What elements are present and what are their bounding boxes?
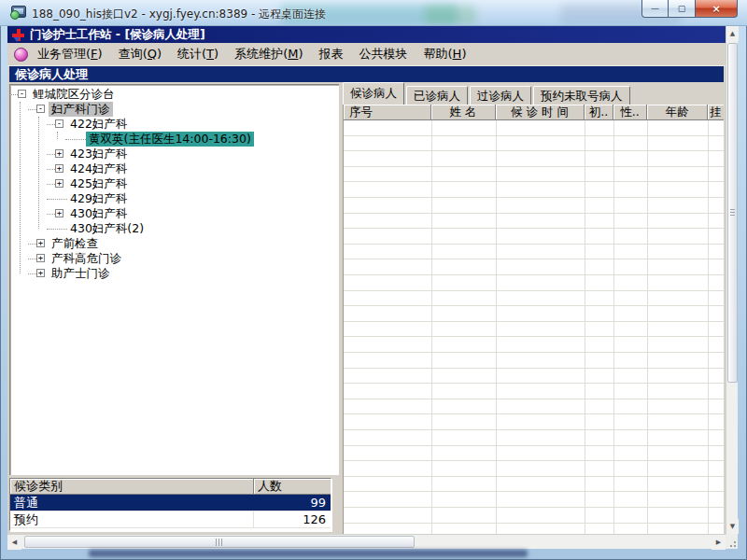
section-header: 候诊病人处理 <box>9 66 724 82</box>
column-header-registration[interactable]: 挂 <box>708 105 724 120</box>
tree-connector <box>47 169 55 170</box>
menu-item-statistics[interactable]: 统计(T) <box>177 46 218 63</box>
menu-items: 业务管理(F)查询(Q)统计(T)系统维护(M)报表公共模块帮助(H) <box>37 46 466 63</box>
vertical-scrollbar-thumb[interactable] <box>727 43 738 383</box>
tree-node[interactable]: 429妇产科 <box>11 191 337 206</box>
category-count: 126 <box>254 511 331 527</box>
tab-seen-patients[interactable]: 已诊病人 <box>406 86 468 105</box>
tree-expand-icon[interactable]: + <box>36 269 45 277</box>
tree-node[interactable]: +423妇产科 <box>11 147 337 161</box>
grid-column-line <box>708 120 709 534</box>
tree-node-label[interactable]: 助产士门诊 <box>49 266 113 281</box>
app-titlebar: 门诊护士工作站 - [候诊病人处理] <box>7 26 726 43</box>
tree-node[interactable]: +产前检查 <box>11 236 337 251</box>
tree-connector <box>47 154 55 155</box>
tree-collapse-icon[interactable]: - <box>18 90 26 98</box>
tree-node[interactable]: +425妇产科 <box>11 176 337 191</box>
tree-node[interactable]: -鲤城院区分诊台 <box>11 87 337 102</box>
tree-node[interactable]: -妇产科门诊 <box>11 102 337 117</box>
column-header-seq-no[interactable]: 序号 <box>344 105 431 120</box>
glass-shadow <box>89 550 528 557</box>
horizontal-scrollbar-thumb[interactable] <box>24 536 415 548</box>
category-rows: 普通99预约126 <box>10 495 331 528</box>
tree-expand-icon[interactable]: + <box>36 239 45 247</box>
tree-node[interactable]: +助产士门诊 <box>11 266 337 281</box>
tree-expand-icon[interactable]: + <box>55 149 63 158</box>
tree-connector <box>28 259 36 259</box>
resize-grip-icon[interactable] <box>728 539 736 547</box>
tree-node-label[interactable]: 产科高危门诊 <box>49 251 124 266</box>
remote-desktop-icon <box>11 6 26 18</box>
tab-passed-patients[interactable]: 过诊病人 <box>470 86 531 105</box>
menu-item-public-modules[interactable]: 公共模块 <box>359 46 408 63</box>
scroll-down-icon[interactable]: ▼ <box>726 519 739 534</box>
category-row[interactable]: 预约126 <box>10 511 331 528</box>
menu-item-reports[interactable]: 报表 <box>319 46 344 63</box>
tree-node-label[interactable]: 鲤城院区分诊台 <box>30 87 118 102</box>
column-header-name[interactable]: 姓 名 <box>431 105 496 120</box>
tree-node-label[interactable]: 黄双英(主任医生14:00-16:30) <box>86 132 254 147</box>
patient-table-body[interactable] <box>343 120 724 534</box>
vertical-scrollbar[interactable]: ▲ ▼ <box>726 26 738 534</box>
tree-connector <box>47 229 67 230</box>
tree-node[interactable]: 黄双英(主任医生14:00-16:30) <box>11 132 337 147</box>
menu-item-help[interactable]: 帮助(H) <box>424 46 467 63</box>
count-column-header[interactable]: 人数 <box>254 479 331 494</box>
column-header-age[interactable]: 年龄 <box>647 105 708 120</box>
category-row[interactable]: 普通99 <box>10 495 331 511</box>
tree-collapse-icon[interactable]: - <box>55 119 63 128</box>
scroll-left-icon[interactable]: ◀ <box>7 535 21 550</box>
column-header-first-visit[interactable]: 初.. <box>585 105 613 120</box>
tree-node[interactable]: +产科高危门诊 <box>11 251 337 266</box>
tab-waiting-patients[interactable]: 候诊病人 <box>343 82 404 105</box>
tree-node[interactable]: 430妇产科(2) <box>11 221 337 236</box>
tree-node-label[interactable]: 424妇产科 <box>67 161 130 176</box>
tree-expand-icon[interactable]: + <box>36 254 45 262</box>
rdp-titlebar[interactable]: 188_090_his接口v2 - xygj.fyey.cn:8389 - 远程… <box>0 0 747 26</box>
patient-tabs: 候诊病人已诊病人过诊病人预约未取号病人 <box>343 82 630 105</box>
grid-column-line <box>431 120 432 534</box>
scroll-up-icon[interactable]: ▲ <box>726 26 739 41</box>
rdp-window: 188_090_his接口v2 - xygj.fyey.cn:8389 - 远程… <box>0 0 747 560</box>
tree-connector <box>47 199 67 200</box>
tree-connector <box>47 124 55 125</box>
app-title: 门诊护士工作站 - [候诊病人处理] <box>30 27 205 43</box>
menu-item-query[interactable]: 查询(Q) <box>119 46 162 63</box>
tree-node[interactable]: -422妇产科 <box>11 117 337 132</box>
tree-node-label[interactable]: 产前检查 <box>49 236 101 251</box>
tree-node-label[interactable]: 423妇产科 <box>67 147 130 161</box>
tree-node[interactable]: +424妇产科 <box>11 161 337 176</box>
tree-node-label[interactable]: 妇产科门诊 <box>49 102 113 117</box>
tree-node-label[interactable]: 429妇产科 <box>67 191 130 206</box>
tree-node-label[interactable]: 425妇产科 <box>67 176 130 191</box>
maximize-button[interactable]: ▢ <box>669 0 696 18</box>
window-controls: — ▢ × <box>641 0 738 18</box>
tree-node-label[interactable]: 430妇产科(2) <box>67 221 147 236</box>
tree-node-label[interactable]: 430妇产科 <box>67 206 130 221</box>
grid-column-line <box>585 120 585 534</box>
patient-table-header: 序号姓 名候 诊 时 间初..性..年龄挂 <box>343 105 724 120</box>
horizontal-scrollbar[interactable]: ◀ ▶ <box>7 534 726 549</box>
tree-connector <box>28 244 36 245</box>
grid-column-line <box>613 120 614 534</box>
column-header-sex[interactable]: 性.. <box>613 105 647 120</box>
minimize-button[interactable]: — <box>641 0 669 18</box>
tree-node-label[interactable]: 422妇产科 <box>67 117 130 132</box>
tree-collapse-icon[interactable]: - <box>36 105 45 113</box>
tab-reserved-untaken-patients[interactable]: 预约未取号病人 <box>533 86 630 105</box>
system-menu-icon[interactable] <box>14 48 28 62</box>
column-header-wait-time[interactable]: 候 诊 时 间 <box>496 105 585 120</box>
menu-item-business-management[interactable]: 业务管理(F) <box>37 46 103 63</box>
menu-item-system-maintenance[interactable]: 系统维护(M) <box>234 46 303 63</box>
tree-expand-icon[interactable]: + <box>55 179 63 188</box>
scroll-right-icon[interactable]: ▶ <box>712 535 726 550</box>
tree-node[interactable]: +430妇产科 <box>11 206 337 221</box>
tree-connector <box>47 214 55 215</box>
rdp-window-title: 188_090_his接口v2 - xygj.fyey.cn:8389 - 远程… <box>32 7 326 22</box>
tree-expand-icon[interactable]: + <box>55 164 63 173</box>
tree-expand-icon[interactable]: + <box>55 209 63 217</box>
remote-screen: 门诊护士工作站 - [候诊病人处理] 业务管理(F)查询(Q)统计(T)系统维护… <box>7 26 726 534</box>
thumb-grip <box>730 209 735 217</box>
category-column-header[interactable]: 候诊类别 <box>10 479 254 494</box>
close-button[interactable]: × <box>696 0 738 18</box>
